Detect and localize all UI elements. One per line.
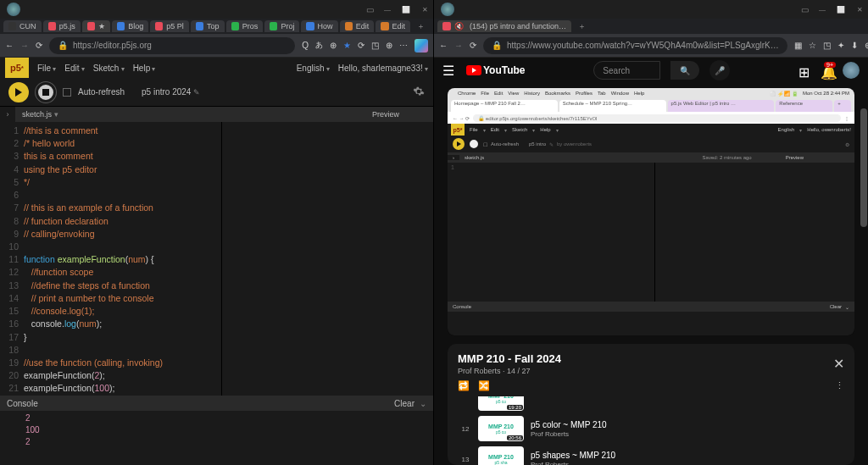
close-playlist-icon[interactable]: ✕ — [833, 356, 844, 372]
search-icon[interactable]: Q — [302, 41, 309, 50]
menu-edit[interactable]: Edit — [64, 64, 84, 73]
back-icon[interactable]: ← — [5, 41, 14, 50]
extensions-icon[interactable]: ✦ — [837, 41, 844, 50]
console-output: 2 100 2 — [0, 411, 433, 450]
code-editor[interactable]: 1//this is a comment 2/* hello world 3th… — [0, 122, 221, 396]
browser-tab[interactable]: Pros — [226, 20, 264, 32]
browser-tabstrip: CUN p5.js ★ Blog p5 Pl Top Pros Proj How… — [0, 19, 433, 34]
stop-button[interactable] — [36, 82, 56, 102]
playlist-item[interactable]: 12 MMP 210p5 co20:56 p5 color ~ MMP 210P… — [458, 413, 844, 444]
forward-icon[interactable]: → — [454, 41, 463, 50]
clear-console-button[interactable]: Clear — [394, 399, 415, 408]
nested-macos-menubar: ChromeFileEditViewHistoryBookmarksProfil… — [448, 88, 854, 98]
close-icon[interactable]: ✕ — [854, 4, 865, 14]
console-label: Console — [7, 399, 38, 408]
notifications-icon[interactable]: 🔔9+ — [821, 64, 832, 76]
tab-overview-icon[interactable]: ▭ — [366, 5, 374, 14]
browser-tab[interactable]: p5.js — [43, 20, 81, 32]
scrollbar[interactable] — [860, 83, 868, 465]
loop-icon[interactable]: 🔁 — [458, 380, 470, 391]
zoom-icon[interactable]: ⊕ — [330, 41, 337, 50]
refresh-icon[interactable]: ⟳ — [470, 41, 476, 50]
browser-tab[interactable]: p5 Pl — [150, 20, 189, 32]
new-tab-button[interactable]: ＋ — [573, 21, 591, 32]
playlist-item[interactable]: 13 MMP 210p5 sha30:24 p5 shapes ~ MMP 21… — [458, 444, 844, 465]
url-text: https://www.youtube.com/watch?v=wYW5QhA4… — [507, 41, 779, 50]
voice-search-button[interactable]: 🎤 — [709, 60, 730, 80]
menu-help[interactable]: Help — [133, 64, 156, 73]
p5-logo[interactable]: p5* — [5, 58, 29, 78]
address-bar[interactable]: 🔒https://editor.p5js.org — [49, 37, 295, 54]
menu-icon[interactable]: ⋯ — [399, 41, 408, 50]
new-tab-button[interactable]: ＋ — [412, 21, 430, 32]
playlist-panel: MMP 210 - Fall 2024 Prof Roberts · 14 / … — [448, 344, 854, 465]
account-menu[interactable]: Hello, sharlemagne33! — [338, 64, 428, 73]
account-avatar[interactable] — [843, 62, 860, 79]
refresh-icon[interactable]: ⟳ — [36, 41, 42, 50]
browser-tab[interactable]: Blog — [112, 20, 148, 32]
shuffle-icon[interactable]: 🔀 — [478, 380, 490, 391]
close-icon[interactable]: ✕ — [420, 4, 430, 14]
browser-tab[interactable]: 🔇(154) p5 intro and function… — [437, 20, 571, 32]
create-icon[interactable]: ⊞ — [798, 64, 810, 76]
sketch-name[interactable]: p5 intro 2024 — [142, 87, 200, 97]
nested-gear-icon: ⚙ — [845, 141, 849, 147]
menu-file[interactable]: File — [37, 64, 56, 73]
collections-icon[interactable]: ⊕ — [386, 41, 392, 50]
minimize-icon[interactable]: — — [382, 4, 392, 14]
playlist-title: MMP 210 - Fall 2024 — [458, 352, 561, 365]
hamburger-icon[interactable]: ☰ — [442, 63, 456, 79]
nested-play-icon — [453, 138, 465, 150]
extension-icon[interactable]: ◳ — [823, 41, 831, 50]
tab-overview-icon[interactable]: ▭ — [801, 5, 809, 14]
auto-refresh-label: Auto-refresh — [78, 87, 125, 97]
preview-pane — [221, 122, 433, 396]
browser-tab[interactable]: Edit — [340, 20, 375, 32]
preview-label: Preview — [372, 110, 433, 119]
profile-avatar[interactable] — [441, 3, 454, 16]
console-toggle-icon[interactable]: ⌄ — [420, 399, 426, 408]
playlist-subtitle: Prof Roberts · 14 / 27 — [458, 367, 561, 375]
browser-tab[interactable]: CUN — [3, 20, 42, 32]
back-icon[interactable]: ← — [439, 41, 448, 50]
search-input[interactable]: Search — [593, 61, 660, 80]
url-text: https://editor.p5js.org — [73, 41, 152, 50]
nested-stop-icon — [468, 138, 480, 150]
browser-tab[interactable]: Edit — [376, 20, 410, 32]
minimize-icon[interactable]: — — [817, 4, 827, 14]
browser-tab[interactable]: ★ — [82, 20, 110, 32]
copilot-icon[interactable] — [415, 39, 428, 53]
extensions-icon[interactable]: ⟳ — [358, 41, 364, 50]
youtube-logo[interactable]: YouTube — [466, 64, 526, 76]
browser-tabstrip: 🔇(154) p5 intro and function… ＋ — [434, 19, 868, 34]
favorite-icon[interactable]: ★ — [343, 41, 351, 50]
auto-refresh-checkbox[interactable] — [63, 88, 71, 97]
favorite-icon[interactable]: ☆ — [809, 41, 816, 50]
browser-tab[interactable]: How — [301, 20, 337, 32]
address-bar[interactable]: 🔒https://www.youtube.com/watch?v=wYW5QhA… — [483, 37, 787, 54]
play-button[interactable] — [8, 82, 29, 102]
extension-icon[interactable]: ▦ — [794, 41, 802, 50]
settings-icon[interactable] — [413, 86, 425, 99]
nested-address-bar: ← → ⟳🔒 editor.p5js.org/owenroberts/sketc… — [448, 112, 854, 124]
menu-sketch[interactable]: Sketch — [93, 64, 125, 73]
more-icon[interactable]: ⋮ — [835, 380, 844, 391]
extension-icon[interactable]: ◳ — [371, 41, 379, 50]
video-player[interactable]: ChromeFileEditViewHistoryBookmarksProfil… — [448, 88, 854, 335]
maximize-icon[interactable]: ⬜ — [836, 4, 846, 14]
browser-tab[interactable]: Proj — [264, 20, 299, 32]
translate-icon[interactable]: あ — [315, 40, 323, 51]
language-select[interactable]: English — [297, 64, 330, 73]
nested-browser-tabs: Homepage – MMP 210 Fall 2… Schedule – MM… — [448, 98, 854, 112]
sidebar-toggle[interactable]: › — [0, 107, 15, 122]
maximize-icon[interactable]: ⬜ — [401, 4, 411, 14]
profile-avatar[interactable] — [7, 3, 20, 16]
playlist-item[interactable]: MMP 210p5 co19:20 — [458, 396, 844, 413]
file-tab[interactable]: sketch.js▾ — [15, 107, 65, 122]
search-button[interactable]: 🔍 — [670, 61, 699, 80]
collections-icon[interactable]: ⊕ — [865, 41, 868, 50]
forward-icon[interactable]: → — [20, 41, 29, 50]
download-icon[interactable]: ⬇ — [851, 41, 858, 50]
browser-tab[interactable]: Top — [191, 20, 225, 32]
